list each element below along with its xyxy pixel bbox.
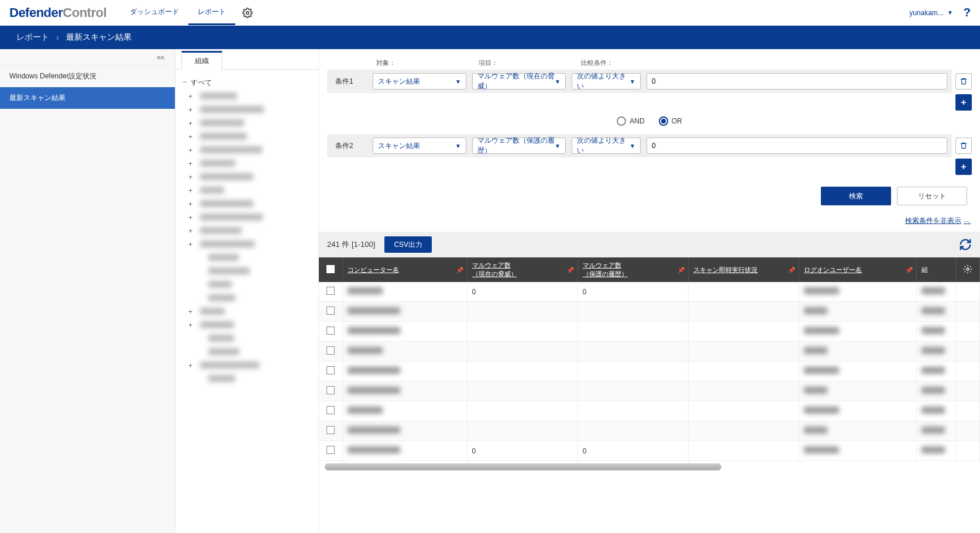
caret-down-icon: ▼ <box>947 9 953 16</box>
breadcrumb-current: 最新スキャン結果 <box>66 32 132 43</box>
app-logo: DefenderControl <box>9 5 106 20</box>
nav-dashboard[interactable]: ダッシュボード <box>121 0 188 25</box>
help-button[interactable]: ? <box>964 6 971 19</box>
nav-settings[interactable] <box>235 0 260 25</box>
breadcrumb-root[interactable]: レポート <box>16 32 49 43</box>
svg-point-0 <box>246 11 249 14</box>
nav-report[interactable]: レポート <box>188 0 235 25</box>
breadcrumb: レポート › 最新スキャン結果 <box>0 26 980 49</box>
user-menu[interactable]: yunakam...▼ <box>909 9 953 17</box>
top-bar: DefenderControl ダッシュボード レポート yunakam...▼… <box>0 0 980 26</box>
gear-icon <box>242 8 253 18</box>
top-nav: ダッシュボード レポート <box>121 0 260 25</box>
chevron-right-icon: › <box>56 33 59 42</box>
